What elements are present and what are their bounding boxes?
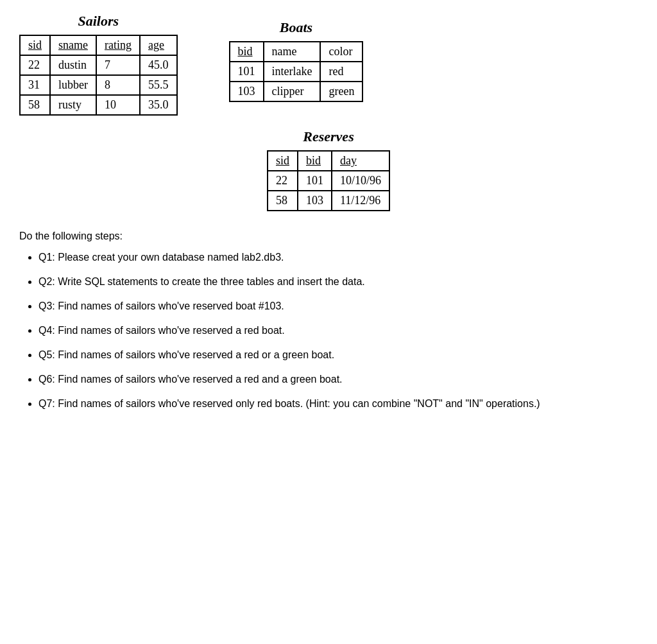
sailors-col-rating: rating	[96, 35, 140, 55]
sailors-col-sid: sid	[20, 35, 50, 55]
table-cell: 45.0	[140, 55, 177, 75]
boats-col-name: name	[264, 42, 321, 62]
table-cell: 11/12/96	[332, 191, 389, 211]
reserves-col-day: day	[332, 151, 389, 171]
table-cell: 7	[96, 55, 140, 75]
reserves-table: sid bid day 2210110/10/965810311/12/96	[267, 150, 390, 211]
table-row: 58rusty1035.0	[20, 95, 177, 115]
boats-col-bid: bid	[230, 42, 264, 62]
boats-col-color: color	[320, 42, 363, 62]
reserves-header-row: sid bid day	[268, 151, 389, 171]
list-item: Q5: Find names of sailors who've reserve…	[38, 347, 638, 363]
list-item: Q3: Find names of sailors who've reserve…	[38, 299, 638, 314]
list-item: Q1: Please creat your own database named…	[38, 250, 638, 265]
sailors-table: sid sname rating age 22dustin745.031lubb…	[19, 35, 178, 116]
table-row: 5810311/12/96	[268, 191, 389, 211]
sailors-col-sname: sname	[50, 35, 96, 55]
boats-table: bid name color 101interlakered103clipper…	[229, 41, 364, 102]
reserves-section: Reserves sid bid day 2210110/10/96581031…	[19, 128, 638, 211]
boats-title: Boats	[280, 19, 312, 36]
questions-intro: Do the following steps:	[19, 231, 638, 242]
table-cell: dustin	[50, 55, 96, 75]
boats-table-container: Boats bid name color 101interlakered103c…	[229, 19, 364, 102]
table-cell: 22	[268, 171, 298, 191]
table-cell: 58	[268, 191, 298, 211]
table-cell: 103	[230, 82, 264, 101]
table-cell: 58	[20, 95, 50, 115]
table-row: 22dustin745.0	[20, 55, 177, 75]
table-cell: 103	[298, 191, 332, 211]
table-cell: rusty	[50, 95, 96, 115]
table-cell: 22	[20, 55, 50, 75]
table-row: 2210110/10/96	[268, 171, 389, 191]
table-cell: clipper	[264, 82, 321, 101]
reserves-col-bid: bid	[298, 151, 332, 171]
table-row: 31lubber855.5	[20, 75, 177, 95]
table-cell: green	[320, 82, 363, 101]
list-item: Q7: Find names of sailors who've reserve…	[38, 396, 638, 412]
reserves-title: Reserves	[303, 128, 354, 145]
reserves-col-sid: sid	[268, 151, 298, 171]
sailors-col-age: age	[140, 35, 177, 55]
sailors-table-container: Sailors sid sname rating age 22dustin745…	[19, 13, 178, 116]
table-cell: 35.0	[140, 95, 177, 115]
questions-list: Q1: Please creat your own database named…	[19, 250, 638, 412]
table-cell: 55.5	[140, 75, 177, 95]
table-cell: lubber	[50, 75, 96, 95]
list-item: Q2: Write SQL statements to create the t…	[38, 274, 638, 290]
table-cell: 8	[96, 75, 140, 95]
sailors-title: Sailors	[78, 13, 119, 30]
table-cell: 10/10/96	[332, 171, 389, 191]
questions-section: Do the following steps: Q1: Please creat…	[19, 231, 638, 412]
list-item: Q6: Find names of sailors who've reserve…	[38, 372, 638, 387]
table-cell: 101	[298, 171, 332, 191]
table-cell: 31	[20, 75, 50, 95]
table-cell: red	[320, 62, 363, 82]
table-cell: 101	[230, 62, 264, 82]
table-row: 103clippergreen	[230, 82, 363, 101]
sailors-header-row: sid sname rating age	[20, 35, 177, 55]
boats-header-row: bid name color	[230, 42, 363, 62]
table-row: 101interlakered	[230, 62, 363, 82]
table-cell: interlake	[264, 62, 321, 82]
list-item: Q4: Find names of sailors who've reserve…	[38, 323, 638, 338]
table-cell: 10	[96, 95, 140, 115]
